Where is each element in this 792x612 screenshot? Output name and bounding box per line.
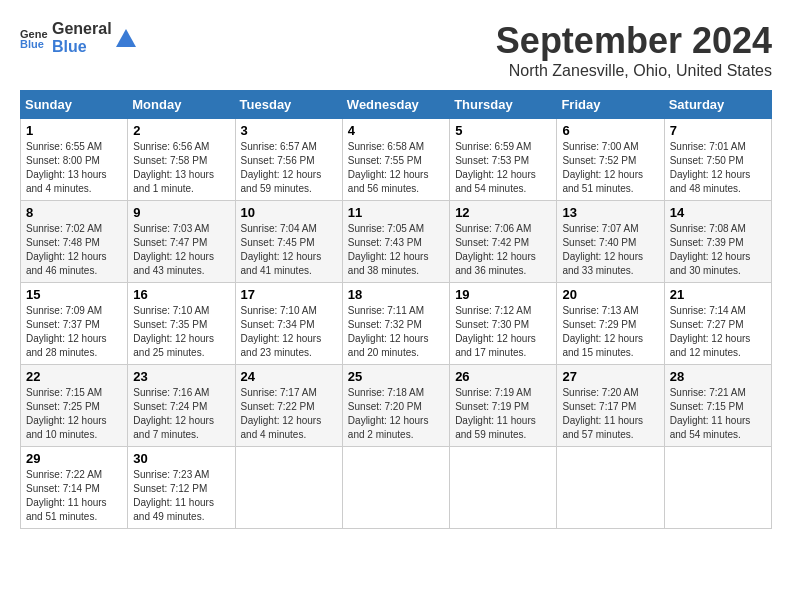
day-info: Sunrise: 7:21 AM Sunset: 7:15 PM Dayligh… [670, 386, 766, 442]
sunrise-text: Sunrise: 7:02 AM [26, 223, 102, 234]
day-number: 27 [562, 369, 658, 384]
day-number: 20 [562, 287, 658, 302]
daylight-text: Daylight: 12 hours and 41 minutes. [241, 251, 322, 276]
day-number: 28 [670, 369, 766, 384]
day-number: 13 [562, 205, 658, 220]
calendar-cell [342, 447, 449, 529]
daylight-text: Daylight: 13 hours and 1 minute. [133, 169, 214, 194]
page-subtitle: North Zanesville, Ohio, United States [496, 62, 772, 80]
daylight-text: Daylight: 12 hours and 23 minutes. [241, 333, 322, 358]
day-number: 1 [26, 123, 122, 138]
page-header: General Blue General Blue September 2024… [20, 20, 772, 80]
calendar-row: 29 Sunrise: 7:22 AM Sunset: 7:14 PM Dayl… [21, 447, 772, 529]
day-info: Sunrise: 7:06 AM Sunset: 7:42 PM Dayligh… [455, 222, 551, 278]
sunrise-text: Sunrise: 7:22 AM [26, 469, 102, 480]
logo-general: General [52, 20, 112, 38]
daylight-text: Daylight: 12 hours and 2 minutes. [348, 415, 429, 440]
day-number: 7 [670, 123, 766, 138]
sunset-text: Sunset: 7:52 PM [562, 155, 636, 166]
sunrise-text: Sunrise: 6:58 AM [348, 141, 424, 152]
sunrise-text: Sunrise: 7:10 AM [133, 305, 209, 316]
calendar-cell: 30 Sunrise: 7:23 AM Sunset: 7:12 PM Dayl… [128, 447, 235, 529]
sunrise-text: Sunrise: 7:05 AM [348, 223, 424, 234]
day-info: Sunrise: 7:12 AM Sunset: 7:30 PM Dayligh… [455, 304, 551, 360]
sunrise-text: Sunrise: 6:57 AM [241, 141, 317, 152]
day-number: 8 [26, 205, 122, 220]
calendar-cell: 9 Sunrise: 7:03 AM Sunset: 7:47 PM Dayli… [128, 201, 235, 283]
day-number: 10 [241, 205, 337, 220]
sunrise-text: Sunrise: 7:01 AM [670, 141, 746, 152]
calendar-cell: 12 Sunrise: 7:06 AM Sunset: 7:42 PM Dayl… [450, 201, 557, 283]
day-info: Sunrise: 7:18 AM Sunset: 7:20 PM Dayligh… [348, 386, 444, 442]
day-info: Sunrise: 7:09 AM Sunset: 7:37 PM Dayligh… [26, 304, 122, 360]
calendar-header-tuesday: Tuesday [235, 91, 342, 119]
daylight-text: Daylight: 12 hours and 30 minutes. [670, 251, 751, 276]
calendar-cell: 27 Sunrise: 7:20 AM Sunset: 7:17 PM Dayl… [557, 365, 664, 447]
sunrise-text: Sunrise: 7:21 AM [670, 387, 746, 398]
day-number: 12 [455, 205, 551, 220]
day-number: 11 [348, 205, 444, 220]
sunrise-text: Sunrise: 7:15 AM [26, 387, 102, 398]
sunrise-text: Sunrise: 7:12 AM [455, 305, 531, 316]
sunrise-text: Sunrise: 7:08 AM [670, 223, 746, 234]
logo-blue: Blue [52, 38, 112, 56]
sunrise-text: Sunrise: 7:20 AM [562, 387, 638, 398]
calendar-header-wednesday: Wednesday [342, 91, 449, 119]
sunrise-text: Sunrise: 7:16 AM [133, 387, 209, 398]
sunrise-text: Sunrise: 7:07 AM [562, 223, 638, 234]
sunset-text: Sunset: 7:50 PM [670, 155, 744, 166]
sunrise-text: Sunrise: 7:18 AM [348, 387, 424, 398]
calendar-header-row: SundayMondayTuesdayWednesdayThursdayFrid… [21, 91, 772, 119]
sunset-text: Sunset: 7:39 PM [670, 237, 744, 248]
sunset-text: Sunset: 7:53 PM [455, 155, 529, 166]
day-info: Sunrise: 7:19 AM Sunset: 7:19 PM Dayligh… [455, 386, 551, 442]
daylight-text: Daylight: 12 hours and 43 minutes. [133, 251, 214, 276]
daylight-text: Daylight: 12 hours and 7 minutes. [133, 415, 214, 440]
sunset-text: Sunset: 7:47 PM [133, 237, 207, 248]
daylight-text: Daylight: 12 hours and 33 minutes. [562, 251, 643, 276]
calendar-cell: 20 Sunrise: 7:13 AM Sunset: 7:29 PM Dayl… [557, 283, 664, 365]
calendar-header-thursday: Thursday [450, 91, 557, 119]
sunset-text: Sunset: 7:58 PM [133, 155, 207, 166]
sunset-text: Sunset: 7:20 PM [348, 401, 422, 412]
calendar-row: 22 Sunrise: 7:15 AM Sunset: 7:25 PM Dayl… [21, 365, 772, 447]
day-info: Sunrise: 7:01 AM Sunset: 7:50 PM Dayligh… [670, 140, 766, 196]
daylight-text: Daylight: 12 hours and 4 minutes. [241, 415, 322, 440]
sunrise-text: Sunrise: 6:55 AM [26, 141, 102, 152]
sunrise-text: Sunrise: 7:10 AM [241, 305, 317, 316]
calendar-cell: 23 Sunrise: 7:16 AM Sunset: 7:24 PM Dayl… [128, 365, 235, 447]
svg-marker-2 [116, 29, 136, 47]
title-section: September 2024 North Zanesville, Ohio, U… [496, 20, 772, 80]
calendar-cell: 1 Sunrise: 6:55 AM Sunset: 8:00 PM Dayli… [21, 119, 128, 201]
day-number: 16 [133, 287, 229, 302]
calendar-row: 15 Sunrise: 7:09 AM Sunset: 7:37 PM Dayl… [21, 283, 772, 365]
calendar-header-sunday: Sunday [21, 91, 128, 119]
calendar-cell: 19 Sunrise: 7:12 AM Sunset: 7:30 PM Dayl… [450, 283, 557, 365]
sunset-text: Sunset: 7:24 PM [133, 401, 207, 412]
sunrise-text: Sunrise: 7:23 AM [133, 469, 209, 480]
page-title: September 2024 [496, 20, 772, 62]
calendar-cell [450, 447, 557, 529]
calendar-cell: 21 Sunrise: 7:14 AM Sunset: 7:27 PM Dayl… [664, 283, 771, 365]
calendar-row: 1 Sunrise: 6:55 AM Sunset: 8:00 PM Dayli… [21, 119, 772, 201]
day-info: Sunrise: 7:11 AM Sunset: 7:32 PM Dayligh… [348, 304, 444, 360]
day-number: 17 [241, 287, 337, 302]
calendar-cell: 25 Sunrise: 7:18 AM Sunset: 7:20 PM Dayl… [342, 365, 449, 447]
day-info: Sunrise: 7:08 AM Sunset: 7:39 PM Dayligh… [670, 222, 766, 278]
sunset-text: Sunset: 7:17 PM [562, 401, 636, 412]
day-number: 25 [348, 369, 444, 384]
day-number: 19 [455, 287, 551, 302]
sunset-text: Sunset: 7:14 PM [26, 483, 100, 494]
day-info: Sunrise: 6:58 AM Sunset: 7:55 PM Dayligh… [348, 140, 444, 196]
sunrise-text: Sunrise: 7:00 AM [562, 141, 638, 152]
calendar-row: 8 Sunrise: 7:02 AM Sunset: 7:48 PM Dayli… [21, 201, 772, 283]
daylight-text: Daylight: 12 hours and 12 minutes. [670, 333, 751, 358]
day-info: Sunrise: 7:15 AM Sunset: 7:25 PM Dayligh… [26, 386, 122, 442]
day-info: Sunrise: 7:14 AM Sunset: 7:27 PM Dayligh… [670, 304, 766, 360]
day-number: 22 [26, 369, 122, 384]
sunset-text: Sunset: 7:42 PM [455, 237, 529, 248]
calendar-cell: 6 Sunrise: 7:00 AM Sunset: 7:52 PM Dayli… [557, 119, 664, 201]
day-info: Sunrise: 7:00 AM Sunset: 7:52 PM Dayligh… [562, 140, 658, 196]
calendar-header-friday: Friday [557, 91, 664, 119]
calendar-cell: 7 Sunrise: 7:01 AM Sunset: 7:50 PM Dayli… [664, 119, 771, 201]
